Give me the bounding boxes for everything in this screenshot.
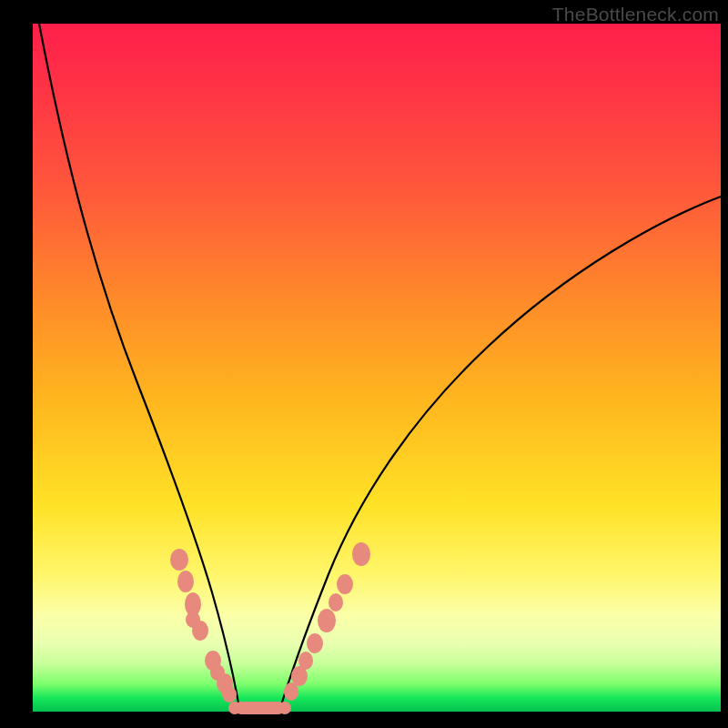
marker-floor-end-r xyxy=(278,702,291,714)
marker-floor-capsule xyxy=(235,702,285,714)
marker-left-5 xyxy=(192,621,208,641)
marker-right-7 xyxy=(337,574,353,594)
marker-right-5 xyxy=(318,609,336,632)
marker-right-3 xyxy=(298,652,313,670)
marker-right-8 xyxy=(352,542,370,566)
curve-right-branch xyxy=(280,197,721,708)
marker-floor-end xyxy=(228,702,241,714)
chart-frame: TheBottleneck.com xyxy=(0,0,728,728)
plot-area xyxy=(33,24,721,712)
bottleneck-curve xyxy=(33,24,721,712)
curve-left-branch xyxy=(39,24,239,708)
marker-right-6 xyxy=(329,593,343,612)
marker-right-4 xyxy=(307,633,323,653)
marker-left-9 xyxy=(222,686,237,703)
marker-left-1 xyxy=(170,549,188,571)
marker-left-2 xyxy=(177,571,194,592)
watermark-text: TheBottleneck.com xyxy=(552,4,719,25)
